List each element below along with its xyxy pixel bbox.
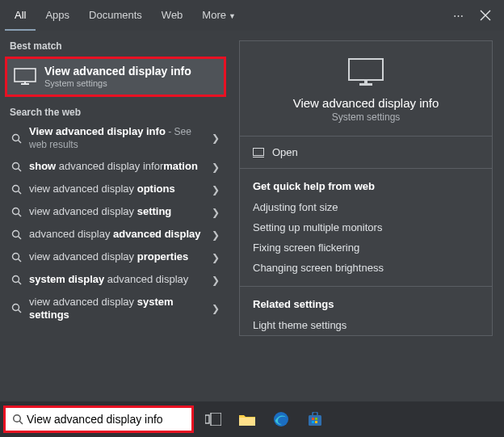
file-explorer-button[interactable] <box>233 405 262 434</box>
related-settings-link[interactable]: Light theme settings <box>240 315 492 335</box>
tab-more-label: More <box>202 9 226 21</box>
taskbar-search[interactable] <box>3 405 194 433</box>
close-button[interactable] <box>472 2 499 29</box>
web-result-text: show advanced display information <box>29 160 202 173</box>
microsoft-store-button[interactable] <box>300 405 330 434</box>
taskbar <box>0 401 504 437</box>
quick-help-link[interactable]: Setting up multiple monitors <box>240 217 492 237</box>
preview-title: View advanced display info <box>293 96 439 110</box>
web-result-text: advanced display advanced display <box>29 228 202 241</box>
monitor-icon <box>347 57 384 86</box>
svg-point-17 <box>12 305 19 311</box>
tab-all[interactable]: All <box>5 0 36 31</box>
svg-line-4 <box>18 140 21 143</box>
chevron-right-icon[interactable]: ❯ <box>208 132 223 144</box>
open-icon <box>253 148 264 158</box>
search-icon <box>10 229 23 240</box>
search-icon <box>10 184 23 195</box>
svg-rect-29 <box>309 415 321 426</box>
web-result[interactable]: advanced display advanced display❯ <box>0 224 231 246</box>
web-result[interactable]: system display advanced display❯ <box>0 269 231 292</box>
web-result-text: view advanced display options <box>29 183 202 195</box>
svg-point-3 <box>12 134 19 141</box>
results-column: Best match View advanced display info Sy… <box>0 31 231 401</box>
preview-subtitle: System settings <box>332 111 401 123</box>
preview-hero: View advanced display info System settin… <box>240 41 492 137</box>
svg-rect-30 <box>312 418 314 420</box>
web-result-text: view advanced display system settings <box>29 296 202 322</box>
svg-line-16 <box>18 282 21 285</box>
svg-point-15 <box>12 276 19 283</box>
options-button[interactable]: ⋯ <box>444 2 472 29</box>
search-icon <box>10 133 23 144</box>
svg-line-24 <box>19 421 23 424</box>
chevron-right-icon[interactable]: ❯ <box>208 252 223 263</box>
svg-rect-25 <box>205 415 209 423</box>
chevron-right-icon[interactable]: ❯ <box>208 184 223 195</box>
related-settings-links: Light theme settings <box>240 315 492 335</box>
best-match-heading: Best match <box>0 36 231 55</box>
store-icon <box>308 412 322 426</box>
chevron-right-icon[interactable]: ❯ <box>208 207 223 218</box>
svg-rect-26 <box>211 413 221 426</box>
chevron-right-icon[interactable]: ❯ <box>208 303 223 314</box>
monitor-icon <box>14 68 36 86</box>
svg-rect-21 <box>364 80 368 83</box>
web-result-text: view advanced display setting <box>29 205 202 218</box>
svg-point-5 <box>12 163 19 170</box>
best-match-text: View advanced display info System settin… <box>44 65 191 88</box>
svg-point-9 <box>12 208 19 215</box>
chevron-right-icon[interactable]: ❯ <box>208 275 223 286</box>
quick-help-link[interactable]: Fixing screen flickering <box>240 237 492 258</box>
web-result-text: view advanced display properties <box>29 250 202 263</box>
search-icon <box>10 275 23 285</box>
best-match-title: View advanced display info <box>44 65 191 78</box>
search-icon <box>10 162 23 172</box>
open-label: Open <box>272 146 298 158</box>
web-result-text: View advanced display info - See web res… <box>29 125 202 152</box>
tab-web[interactable]: Web <box>152 0 193 31</box>
web-result[interactable]: view advanced display setting❯ <box>0 201 231 224</box>
filter-tabs: All Apps Documents Web More▼ ⋯ <box>0 0 504 31</box>
web-result[interactable]: view advanced display properties❯ <box>0 246 231 269</box>
svg-rect-33 <box>315 421 317 423</box>
tab-more[interactable]: More▼ <box>192 0 246 31</box>
search-web-heading: Search the web <box>0 102 231 121</box>
web-results-list: View advanced display info - See web res… <box>0 121 231 326</box>
svg-line-10 <box>18 214 21 217</box>
chevron-right-icon[interactable]: ❯ <box>208 162 223 173</box>
edge-button[interactable] <box>267 405 296 434</box>
web-result[interactable]: View advanced display info - See web res… <box>0 121 231 156</box>
search-icon <box>10 207 23 217</box>
tab-apps[interactable]: Apps <box>36 0 79 31</box>
web-result[interactable]: show advanced display information❯ <box>0 156 231 179</box>
svg-rect-20 <box>359 83 372 86</box>
tab-documents[interactable]: Documents <box>79 0 152 31</box>
quick-help-link[interactable]: Adjusting font size <box>240 197 492 217</box>
svg-rect-1 <box>21 83 29 85</box>
svg-rect-32 <box>312 421 314 423</box>
task-view-button[interactable] <box>199 405 228 434</box>
svg-line-14 <box>18 259 21 263</box>
web-result[interactable]: view advanced display system settings❯ <box>0 292 231 326</box>
svg-line-8 <box>18 191 21 195</box>
svg-rect-27 <box>239 418 255 426</box>
search-input[interactable] <box>25 413 187 426</box>
search-icon <box>10 414 25 425</box>
svg-line-18 <box>18 310 21 313</box>
best-match-subtitle: System settings <box>44 78 191 88</box>
open-action[interactable]: Open <box>240 137 492 169</box>
svg-rect-22 <box>254 148 264 155</box>
quick-help-link[interactable]: Changing screen brightness <box>240 258 492 278</box>
web-result[interactable]: view advanced display options❯ <box>0 179 231 201</box>
svg-line-12 <box>18 237 21 240</box>
best-match-result[interactable]: View advanced display info System settin… <box>5 57 226 97</box>
svg-point-23 <box>14 415 21 422</box>
svg-line-6 <box>18 169 21 172</box>
close-icon <box>480 10 491 21</box>
preview-card: View advanced display info System settin… <box>239 40 493 336</box>
edge-icon <box>273 411 289 427</box>
chevron-down-icon: ▼ <box>229 12 236 20</box>
svg-rect-31 <box>315 418 317 420</box>
chevron-right-icon[interactable]: ❯ <box>208 229 223 241</box>
